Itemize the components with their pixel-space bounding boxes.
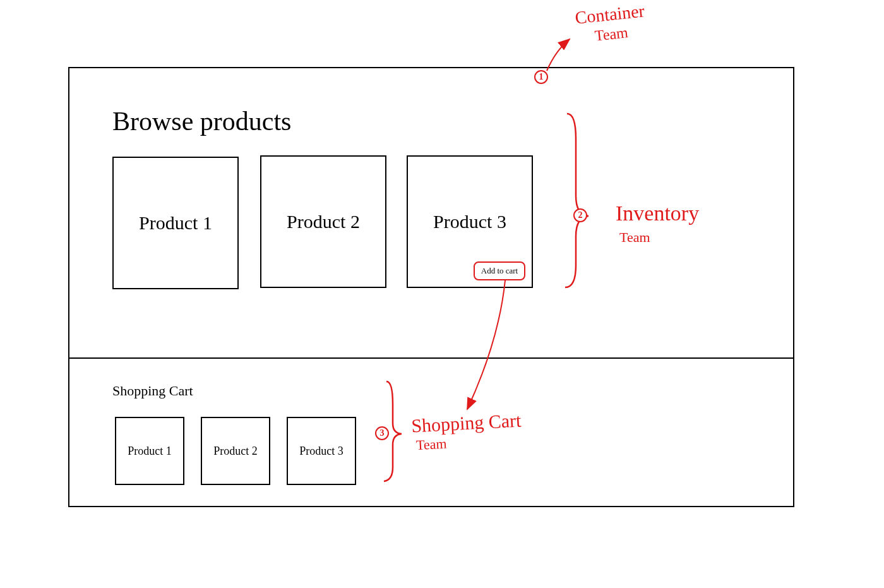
annotation-line: Inventory bbox=[616, 201, 699, 227]
cart-item-label: Product 2 bbox=[213, 445, 258, 458]
product-label: Product 3 bbox=[433, 211, 506, 232]
section-divider bbox=[69, 357, 793, 359]
annotation-number-3: 3 bbox=[375, 426, 389, 440]
annotation-number-label: 3 bbox=[380, 428, 385, 438]
browse-products-title: Browse products bbox=[112, 106, 291, 136]
annotation-container-team: Container Team bbox=[574, 0, 647, 47]
annotation-inventory-team: Inventory Team bbox=[616, 201, 699, 246]
product-label: Product 2 bbox=[287, 211, 360, 232]
annotation-shopping-cart-team: Shopping Cart Team bbox=[410, 409, 522, 453]
annotation-number-2: 2 bbox=[573, 208, 587, 222]
annotation-number-1: 1 bbox=[534, 70, 548, 84]
product-label: Product 1 bbox=[139, 212, 212, 234]
cart-item-label: Product 1 bbox=[128, 445, 172, 458]
add-to-cart-button[interactable]: Add to cart bbox=[474, 261, 525, 280]
product-card-2: Product 2 bbox=[260, 155, 386, 288]
arrow-to-container-team bbox=[547, 39, 570, 71]
cart-item-1: Product 1 bbox=[115, 417, 184, 485]
cart-item-label: Product 3 bbox=[299, 445, 343, 458]
product-card-1: Product 1 bbox=[112, 157, 239, 289]
annotation-number-label: 1 bbox=[539, 72, 544, 82]
annotation-line: Team bbox=[619, 229, 699, 246]
add-to-cart-label: Add to cart bbox=[481, 266, 518, 276]
cart-item-3: Product 3 bbox=[287, 417, 356, 485]
cart-item-2: Product 2 bbox=[201, 417, 270, 485]
shopping-cart-title: Shopping Cart bbox=[112, 383, 193, 399]
annotation-number-label: 2 bbox=[578, 210, 583, 220]
